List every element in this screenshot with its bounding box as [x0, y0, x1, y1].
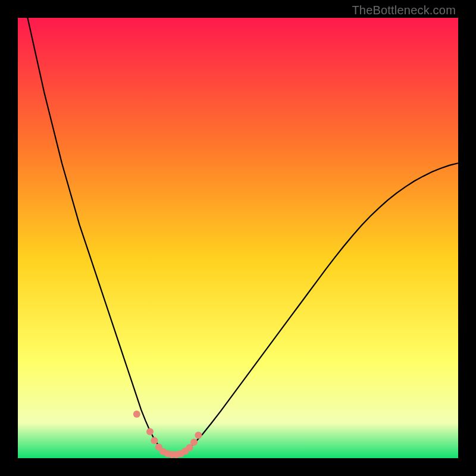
- curve-markers: [133, 411, 202, 458]
- curve-marker: [146, 428, 154, 436]
- curve-marker: [190, 439, 198, 446]
- curve-marker: [133, 411, 140, 418]
- chart-frame: TheBottleneck.com: [0, 0, 476, 476]
- curve-marker: [151, 437, 158, 444]
- curve-marker: [195, 432, 202, 439]
- watermark-text: TheBottleneck.com: [352, 4, 456, 17]
- plot-area: [18, 18, 458, 458]
- bottleneck-curve: [18, 18, 458, 458]
